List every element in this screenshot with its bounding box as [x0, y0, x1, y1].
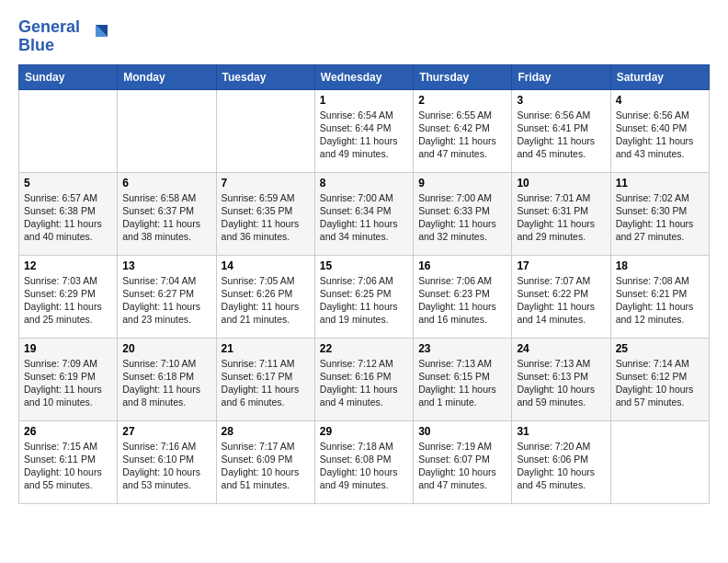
- day-number: 3: [517, 94, 605, 107]
- day-number: 16: [418, 259, 506, 272]
- day-detail: Sunrise: 7:09 AM Sunset: 6:19 PM Dayligh…: [24, 357, 112, 409]
- day-detail: Sunrise: 7:07 AM Sunset: 6:22 PM Dayligh…: [517, 274, 605, 327]
- calendar-cell: 7Sunrise: 6:59 AM Sunset: 6:35 PM Daylig…: [216, 172, 314, 255]
- calendar-cell: 18Sunrise: 7:08 AM Sunset: 6:21 PM Dayli…: [610, 255, 709, 338]
- calendar-cell: 12Sunrise: 7:03 AM Sunset: 6:29 PM Dayli…: [19, 255, 118, 338]
- day-detail: Sunrise: 6:57 AM Sunset: 6:38 PM Dayligh…: [24, 191, 112, 244]
- calendar-cell: [118, 89, 216, 172]
- day-detail: Sunrise: 7:11 AM Sunset: 6:17 PM Dayligh…: [222, 357, 310, 409]
- day-detail: Sunrise: 7:18 AM Sunset: 6:08 PM Dayligh…: [320, 440, 408, 492]
- day-number: 20: [122, 342, 210, 355]
- day-detail: Sunrise: 7:20 AM Sunset: 6:06 PM Dayligh…: [517, 440, 605, 492]
- day-detail: Sunrise: 7:00 AM Sunset: 6:34 PM Dayligh…: [320, 191, 408, 244]
- day-header-thursday: Thursday: [414, 64, 512, 89]
- day-number: 11: [616, 177, 704, 190]
- calendar-cell: 1Sunrise: 6:54 AM Sunset: 6:44 PM Daylig…: [314, 89, 413, 172]
- day-detail: Sunrise: 7:14 AM Sunset: 6:12 PM Dayligh…: [616, 357, 704, 409]
- day-detail: Sunrise: 6:59 AM Sunset: 6:35 PM Dayligh…: [222, 191, 310, 244]
- day-number: 14: [222, 259, 310, 272]
- logo-bird-icon: [82, 23, 109, 51]
- day-detail: Sunrise: 7:00 AM Sunset: 6:33 PM Dayligh…: [418, 191, 506, 244]
- day-number: 28: [222, 425, 310, 438]
- calendar-cell: 11Sunrise: 7:02 AM Sunset: 6:30 PM Dayli…: [610, 172, 709, 255]
- calendar-cell: 23Sunrise: 7:13 AM Sunset: 6:15 PM Dayli…: [414, 338, 512, 420]
- day-detail: Sunrise: 7:19 AM Sunset: 6:07 PM Dayligh…: [418, 440, 506, 492]
- calendar-cell: 19Sunrise: 7:09 AM Sunset: 6:19 PM Dayli…: [19, 338, 118, 420]
- calendar-table: SundayMondayTuesdayWednesdayThursdayFrid…: [18, 64, 710, 504]
- day-number: 25: [616, 342, 704, 355]
- day-number: 21: [222, 342, 310, 355]
- day-number: 13: [122, 259, 210, 272]
- day-detail: Sunrise: 6:56 AM Sunset: 6:41 PM Dayligh…: [517, 109, 605, 161]
- week-row-4: 19Sunrise: 7:09 AM Sunset: 6:19 PM Dayli…: [19, 338, 710, 420]
- day-detail: Sunrise: 7:02 AM Sunset: 6:30 PM Dayligh…: [616, 191, 704, 244]
- day-number: 27: [122, 425, 210, 438]
- calendar-cell: 15Sunrise: 7:06 AM Sunset: 6:25 PM Dayli…: [314, 255, 413, 338]
- calendar-cell: 26Sunrise: 7:15 AM Sunset: 6:11 PM Dayli…: [19, 420, 118, 503]
- week-row-5: 26Sunrise: 7:15 AM Sunset: 6:11 PM Dayli…: [19, 420, 710, 503]
- day-detail: Sunrise: 7:03 AM Sunset: 6:29 PM Dayligh…: [24, 274, 112, 327]
- day-detail: Sunrise: 7:17 AM Sunset: 6:09 PM Dayligh…: [222, 440, 310, 492]
- day-header-friday: Friday: [512, 64, 610, 89]
- logo-text: GeneralBlue: [18, 18, 80, 55]
- calendar-cell: [216, 89, 314, 172]
- day-detail: Sunrise: 7:13 AM Sunset: 6:15 PM Dayligh…: [418, 357, 506, 409]
- day-detail: Sunrise: 7:12 AM Sunset: 6:16 PM Dayligh…: [320, 357, 408, 409]
- day-number: 15: [320, 259, 408, 272]
- calendar-cell: 10Sunrise: 7:01 AM Sunset: 6:31 PM Dayli…: [512, 172, 610, 255]
- day-detail: Sunrise: 7:06 AM Sunset: 6:25 PM Dayligh…: [320, 274, 408, 327]
- day-number: 23: [418, 342, 506, 355]
- day-number: 6: [122, 177, 210, 190]
- day-number: 17: [517, 259, 605, 272]
- day-number: 1: [320, 94, 408, 107]
- calendar-cell: 24Sunrise: 7:13 AM Sunset: 6:13 PM Dayli…: [512, 338, 610, 420]
- calendar-cell: 13Sunrise: 7:04 AM Sunset: 6:27 PM Dayli…: [118, 255, 216, 338]
- day-number: 18: [616, 259, 704, 272]
- day-header-saturday: Saturday: [610, 64, 709, 89]
- day-detail: Sunrise: 6:58 AM Sunset: 6:37 PM Dayligh…: [122, 191, 210, 244]
- calendar-cell: 29Sunrise: 7:18 AM Sunset: 6:08 PM Dayli…: [314, 420, 413, 503]
- day-header-tuesday: Tuesday: [216, 64, 314, 89]
- day-header-sunday: Sunday: [19, 64, 118, 89]
- calendar-cell: 6Sunrise: 6:58 AM Sunset: 6:37 PM Daylig…: [118, 172, 216, 255]
- day-header-wednesday: Wednesday: [314, 64, 413, 89]
- calendar-cell: 5Sunrise: 6:57 AM Sunset: 6:38 PM Daylig…: [19, 172, 118, 255]
- calendar-header: GeneralBlue: [18, 18, 710, 55]
- day-detail: Sunrise: 6:54 AM Sunset: 6:44 PM Dayligh…: [320, 109, 408, 161]
- calendar-cell: 27Sunrise: 7:16 AM Sunset: 6:10 PM Dayli…: [118, 420, 216, 503]
- day-number: 24: [517, 342, 605, 355]
- week-row-2: 5Sunrise: 6:57 AM Sunset: 6:38 PM Daylig…: [19, 172, 710, 255]
- day-detail: Sunrise: 7:10 AM Sunset: 6:18 PM Dayligh…: [122, 357, 210, 409]
- calendar-cell: 25Sunrise: 7:14 AM Sunset: 6:12 PM Dayli…: [610, 338, 709, 420]
- calendar-cell: 9Sunrise: 7:00 AM Sunset: 6:33 PM Daylig…: [414, 172, 512, 255]
- calendar-cell: [610, 420, 709, 503]
- day-number: 5: [24, 177, 112, 190]
- day-number: 29: [320, 425, 408, 438]
- day-number: 10: [517, 177, 605, 190]
- calendar-cell: 30Sunrise: 7:19 AM Sunset: 6:07 PM Dayli…: [414, 420, 512, 503]
- day-detail: Sunrise: 6:55 AM Sunset: 6:42 PM Dayligh…: [418, 109, 506, 161]
- day-detail: Sunrise: 7:01 AM Sunset: 6:31 PM Dayligh…: [517, 191, 605, 244]
- day-number: 2: [418, 94, 506, 107]
- day-header-monday: Monday: [118, 64, 216, 89]
- calendar-cell: 3Sunrise: 6:56 AM Sunset: 6:41 PM Daylig…: [512, 89, 610, 172]
- header-row: SundayMondayTuesdayWednesdayThursdayFrid…: [19, 64, 710, 89]
- day-number: 9: [418, 177, 506, 190]
- day-number: 7: [222, 177, 310, 190]
- calendar-cell: [19, 89, 118, 172]
- day-number: 22: [320, 342, 408, 355]
- calendar-cell: 14Sunrise: 7:05 AM Sunset: 6:26 PM Dayli…: [216, 255, 314, 338]
- day-number: 12: [24, 259, 112, 272]
- day-detail: Sunrise: 7:06 AM Sunset: 6:23 PM Dayligh…: [418, 274, 506, 327]
- day-detail: Sunrise: 6:56 AM Sunset: 6:40 PM Dayligh…: [616, 109, 704, 161]
- logo: GeneralBlue: [18, 18, 109, 55]
- calendar-cell: 22Sunrise: 7:12 AM Sunset: 6:16 PM Dayli…: [314, 338, 413, 420]
- day-number: 31: [517, 425, 605, 438]
- week-row-3: 12Sunrise: 7:03 AM Sunset: 6:29 PM Dayli…: [19, 255, 710, 338]
- day-number: 19: [24, 342, 112, 355]
- day-detail: Sunrise: 7:15 AM Sunset: 6:11 PM Dayligh…: [24, 440, 112, 492]
- calendar-cell: 20Sunrise: 7:10 AM Sunset: 6:18 PM Dayli…: [118, 338, 216, 420]
- calendar-cell: 2Sunrise: 6:55 AM Sunset: 6:42 PM Daylig…: [414, 89, 512, 172]
- calendar-cell: 31Sunrise: 7:20 AM Sunset: 6:06 PM Dayli…: [512, 420, 610, 503]
- calendar-cell: 16Sunrise: 7:06 AM Sunset: 6:23 PM Dayli…: [414, 255, 512, 338]
